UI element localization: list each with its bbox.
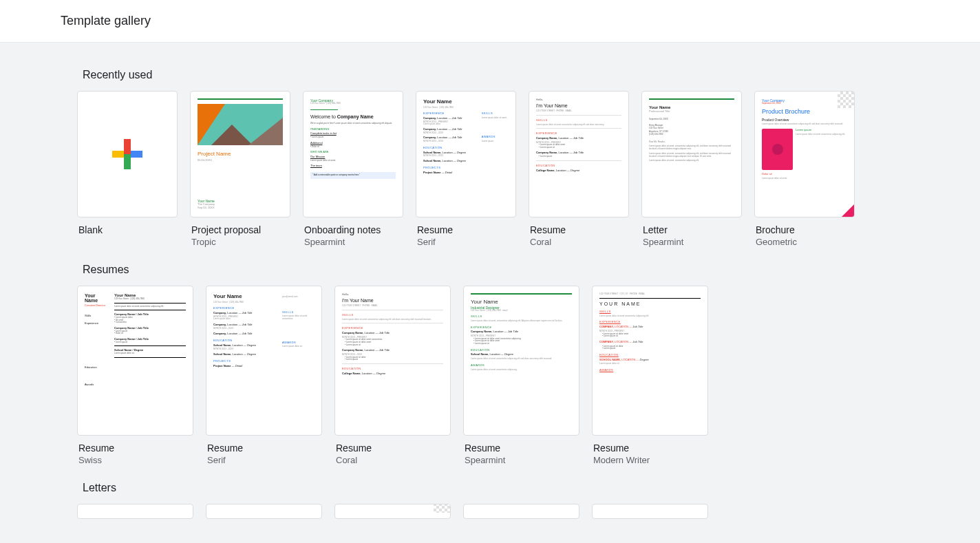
templates-row-letters <box>77 504 903 519</box>
template-title: Resume <box>593 443 707 454</box>
template-blank[interactable]: Blank <box>77 91 178 247</box>
thumbnail-resume-serif-2: Your Name 123 Your Street · (123) 456-78… <box>206 286 322 436</box>
thumbnail-resume-serif: Your Name 123 Your Street · (123) 456-78… <box>416 91 516 217</box>
rs2-exp: EXPERIENCE <box>213 307 278 310</box>
plus-icon <box>112 139 142 169</box>
template-letter-peek-4[interactable] <box>463 504 579 519</box>
template-letter-peek-1[interactable] <box>77 504 193 519</box>
rc2-exp: EXPERIENCE <box>342 327 443 330</box>
on-welcome-bold: Company Name <box>337 114 374 119</box>
sw-skills: Skills <box>85 315 109 318</box>
rc2-hello: Hello, <box>342 293 443 297</box>
template-subtitle: Geometric <box>756 237 853 247</box>
rc2-edu: EDUCATION <box>342 368 443 371</box>
template-title: Resume <box>78 443 192 454</box>
template-subtitle: Coral <box>530 237 628 247</box>
rs2-awards: AWARDS <box>282 341 315 345</box>
template-letter-peek-3[interactable] <box>334 504 451 519</box>
rc2-name: I'm Your Name <box>342 298 443 304</box>
mw-name: YOUR NAME <box>599 301 701 307</box>
br-ipsum: Lorem ipsum <box>796 129 847 132</box>
sw-awards: Awards <box>85 383 109 387</box>
rs2-proj: PROJECTS <box>213 360 278 363</box>
template-subtitle: Tropic <box>191 237 289 247</box>
sw-name1: Your <box>85 293 109 298</box>
sw-exp: Experience <box>85 322 109 326</box>
sp-awards: AWARDS <box>471 364 572 368</box>
on-sec2: WHO WE ARE <box>310 151 396 154</box>
rs2-name: Your Name <box>213 293 278 300</box>
thumbnail-peek <box>206 504 322 519</box>
template-subtitle: Spearmint <box>465 455 578 465</box>
section-title-resumes: Resumes <box>83 264 903 276</box>
section-recently-used: Recently used Blank <box>50 69 930 247</box>
mw-skills: SKILLS <box>599 310 701 314</box>
thumbnail-resume-spearmint: Your Name Industrial Designer 123 Your S… <box>463 286 579 436</box>
template-title: Resume <box>336 443 449 454</box>
template-resume-coral[interactable]: Hello, I'm Your Name 123 YOUR STREET · P… <box>529 91 629 247</box>
rc-name: I'm Your Name <box>536 103 621 109</box>
section-title-recent: Recently used <box>83 69 903 81</box>
thumbnail-peek <box>334 504 451 519</box>
rs-awards: AWARDS <box>482 136 509 139</box>
thumbnail-letter: Your Name Professional Title September 0… <box>641 91 742 217</box>
template-title: Brochure <box>756 224 853 235</box>
br-title: Product Brochure <box>762 108 847 116</box>
page-title: Template gallery <box>61 14 919 28</box>
thumbnail-project-proposal: Project Name 09.04.20XX Your Name The Co… <box>190 91 290 217</box>
template-title: Blank <box>78 224 176 235</box>
template-resume-modern-writer[interactable]: 123 YOUR STREET · CITY, ST · PHONE · EMA… <box>592 286 708 465</box>
rs-exp: EXPERIENCE <box>423 112 478 116</box>
template-title: Resume <box>530 224 628 235</box>
template-title: Onboarding notes <box>304 224 402 235</box>
rs2-edu: EDUCATION <box>213 339 278 343</box>
rc-skills: SKILLS <box>536 119 621 123</box>
template-title: Letter <box>643 224 741 235</box>
rs-name: Your Name <box>423 98 478 105</box>
template-project-proposal[interactable]: Project Name 09.04.20XX Your Name The Co… <box>190 91 290 247</box>
rc-edu: EDUCATION <box>536 164 621 168</box>
sw-edu: Education <box>85 366 109 370</box>
thumbnail-blank <box>77 91 178 217</box>
rs-edu: EDUCATION <box>423 147 478 150</box>
template-subtitle: Spearmint <box>643 237 741 247</box>
on-sec1: ONBOARDING <box>310 128 396 131</box>
template-resume-spearmint[interactable]: Your Name Industrial Designer 123 Your S… <box>463 286 579 465</box>
template-title: Resume <box>207 443 321 454</box>
template-title: Project proposal <box>191 224 289 235</box>
thumbnail-onboarding: Your Company 123 Your Street · (123) 456… <box>303 91 403 217</box>
rs2-skills: SKILLS <box>282 311 315 315</box>
thumbnail-brochure: Your Company September 04, 20XX Product … <box>754 91 855 217</box>
template-letter-peek-5[interactable] <box>592 504 708 519</box>
template-subtitle: Serif <box>207 455 321 465</box>
template-resume-serif-2[interactable]: Your Name 123 Your Street · (123) 456-78… <box>206 286 322 465</box>
sp-name: Your Name <box>471 299 572 306</box>
sw-name2: Name <box>85 298 109 303</box>
template-letter-spearmint[interactable]: Your Name Professional Title September 0… <box>641 91 742 247</box>
content-area: Recently used Blank <box>0 43 980 543</box>
thumbnail-resume-mw: 123 YOUR STREET · CITY, ST · PHONE · EMA… <box>592 286 708 436</box>
section-title-letters: Letters <box>83 482 903 494</box>
sp-skills: SKILLS <box>471 315 572 319</box>
page-header: Template gallery <box>0 0 980 43</box>
template-subtitle: Spearmint <box>304 237 402 247</box>
section-letters: Letters <box>50 482 930 519</box>
template-title: Resume <box>417 224 515 235</box>
mw-awards: AWARDS <box>599 369 701 372</box>
rc-hello: Hello, <box>536 98 621 102</box>
template-resume-swiss[interactable]: Your Name Creative Director Skills Exper… <box>77 286 193 465</box>
template-subtitle: Modern Writer <box>593 455 707 465</box>
template-resume-serif[interactable]: Your Name 123 Your Street · (123) 456-78… <box>416 91 516 247</box>
template-letter-peek-2[interactable] <box>206 504 322 519</box>
template-resume-coral-2[interactable]: Hello, I'm Your Name 123 YOUR STREET · P… <box>334 286 451 465</box>
rs-skills: SKILLS <box>482 112 509 116</box>
template-brochure-geometric[interactable]: Your Company September 04, 20XX Product … <box>754 91 855 247</box>
templates-row-recent: Blank Project Name 09.04.20XX Your Name … <box>77 91 903 247</box>
mw-edu: EDUCATION <box>599 354 701 357</box>
thumbnail-resume-swiss: Your Name Creative Director Skills Exper… <box>77 286 193 436</box>
template-onboarding-notes[interactable]: Your Company 123 Your Street · (123) 456… <box>303 91 403 247</box>
templates-row-resumes: Your Name Creative Director Skills Exper… <box>77 286 903 465</box>
thumbnail-resume-coral-2: Hello, I'm Your Name 123 YOUR STREET · P… <box>334 286 451 436</box>
sp-edu: EDUCATION <box>471 349 572 352</box>
rs-proj: PROJECTS <box>423 167 478 170</box>
